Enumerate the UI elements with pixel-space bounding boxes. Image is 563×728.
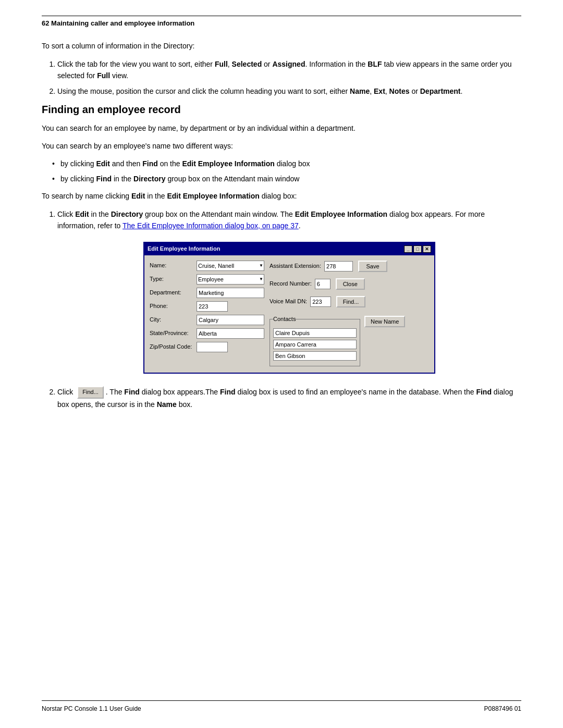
dialog-content: Name: Cruise, Nanell ▼ [144,255,434,373]
type-row: Type: Employee ▼ [150,274,270,285]
state-row: State/Province: [150,328,270,339]
contact-input-3[interactable] [273,351,357,361]
sort-step-2: Using the mouse, position the cursor and… [57,85,521,97]
new-name-button[interactable]: New Name [364,316,405,327]
maximize-button[interactable]: □ [413,245,422,253]
bullet-item-2: by clicking Find in the Directory group … [52,173,521,184]
find-button[interactable]: Find... [336,296,365,307]
page-container: 62 Maintaining caller and employee infor… [0,0,563,728]
contacts-fieldset: Contacts [270,315,360,366]
phone-label: Phone: [150,302,197,311]
dialog-left-col: Name: Cruise, Nanell ▼ [150,261,270,366]
voicemail-label: Voice Mail DN: [270,297,307,306]
header-text: 62 Maintaining caller and employee infor… [42,16,521,27]
bullet-list: by clicking Edit and then Find on the Ed… [52,158,521,184]
section-para3: To search by name clicking Edit in the E… [42,191,521,202]
record-number-input[interactable] [315,279,331,289]
section-para2: You can search by an employee's name two… [42,141,521,152]
dialog-title: Edit Employee Information [148,244,220,254]
header-line: 62 Maintaining caller and employee infor… [42,16,521,31]
contacts-section: Contacts New Name [270,314,429,366]
contacts-legend: Contacts [273,315,296,324]
edit-employee-dialog: Edit Employee Information _ □ ✕ [143,242,435,373]
find-inline-button[interactable]: Find... [77,386,104,399]
save-button[interactable]: Save [358,261,387,272]
dialog-wrapper: Edit Employee Information _ □ ✕ [57,242,521,373]
sort-step-1: Click the tab for the view you want to s… [57,58,521,82]
department-input[interactable] [197,288,264,298]
voicemail-row: Voice Mail DN: Find... [270,296,429,307]
minimize-button[interactable]: _ [404,245,412,253]
assistant-row: Assistant Extension: Save [270,261,429,272]
footer-right: P0887496 01 [484,705,521,712]
name-select-wrapper: Cruise, Nanell ▼ [197,261,264,271]
department-row: Department: [150,288,270,298]
assistant-label: Assistant Extension: [270,262,321,271]
type-label: Type: [150,275,197,284]
main-step-2: Click Find.... The Find dialog box appea… [57,386,521,410]
close-button[interactable]: ✕ [423,245,431,253]
phone-row: Phone: [150,301,270,312]
bullet-item-1: by clicking Edit and then Find on the Ed… [52,158,521,169]
section-para1: You can search for an employee by name, … [42,123,521,134]
section-title: Finding an employee record [42,104,521,116]
page-number: 62 [42,19,49,27]
assistant-input[interactable] [324,261,353,272]
record-number-label: Record Number: [270,279,312,289]
dialog-full-row: Name: Cruise, Nanell ▼ [150,261,429,366]
zip-row: Zip/Postal Code: [150,342,270,352]
contact-input-2[interactable] [273,340,357,349]
header-title: Maintaining caller and employee informat… [51,19,194,27]
name-label: Name: [150,261,197,270]
voicemail-input[interactable] [310,297,331,307]
sort-intro-text: To sort a column of information in the D… [42,42,194,50]
name-select[interactable]: Cruise, Nanell [197,261,264,271]
state-label: State/Province: [150,329,197,338]
phone-input[interactable] [197,301,228,312]
zip-label: Zip/Postal Code: [150,342,197,352]
department-label: Department: [150,288,197,298]
type-select[interactable]: Employee [197,274,264,285]
dialog-title-buttons: _ □ ✕ [404,245,431,253]
dialog-right-col: Assistant Extension: Save Record Number:… [270,261,429,366]
contact-input-1[interactable] [273,328,357,338]
close-dialog-button[interactable]: Close [336,278,365,290]
sort-steps-list: Click the tab for the view you want to s… [57,58,521,97]
type-select-wrapper: Employee ▼ [197,274,264,285]
footer-left: Norstar PC Console 1.1 User Guide [42,705,141,712]
page-link[interactable]: The Edit Employee Infor­mation dialog bo… [123,221,299,230]
sort-intro-para: To sort a column of information in the D… [42,41,521,52]
dialog-titlebar: Edit Employee Information _ □ ✕ [144,243,434,255]
city-row: City: [150,315,270,325]
main-steps-list: Click Edit in the Directory group box on… [57,208,521,410]
footer: Norstar PC Console 1.1 User Guide P08874… [42,700,521,712]
state-input[interactable] [197,328,264,339]
city-input[interactable] [197,315,264,325]
city-label: City: [150,315,197,325]
main-step-1: Click Edit in the Directory group box on… [57,208,521,374]
name-row: Name: Cruise, Nanell ▼ [150,261,270,271]
zip-input[interactable] [197,342,228,352]
record-number-row: Record Number: Close [270,278,429,290]
